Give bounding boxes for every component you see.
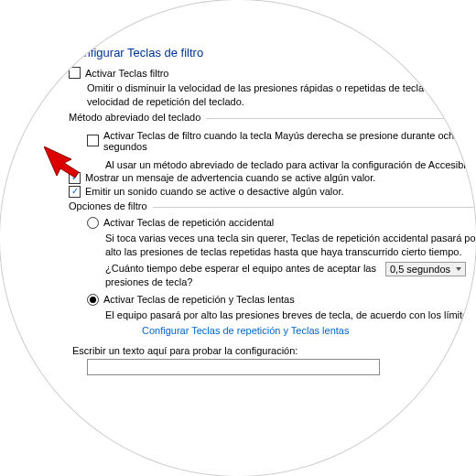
page-title: Configurar Teclas de filtro xyxy=(69,46,476,60)
activate-filterkeys-desc: Omitir o disminuir la velocidad de las p… xyxy=(87,81,476,109)
filter-options-fieldset: Opciones de filtro Activar Teclas de rep… xyxy=(69,207,476,336)
filter-keys-panel: Configurar Teclas de filtro Activar Tecl… xyxy=(37,37,476,375)
shortcut-note: Al usar un método abreviado de teclado p… xyxy=(105,159,476,170)
show-warning-label: Mostrar un mensaje de advertencia cuando… xyxy=(85,172,375,183)
repeat-slow-keys-desc: El equipo pasará por alto las presiones … xyxy=(105,308,476,322)
bounce-keys-question: ¿Cuánto tiempo debe esperar el equipo an… xyxy=(105,262,380,288)
shortcut-fieldset: Método abreviado del teclado Activar Tec… xyxy=(69,118,476,198)
test-input-label: Escribir un texto aquí para probar la co… xyxy=(72,345,476,356)
bounce-keys-delay-dropdown[interactable]: 0,5 segundos xyxy=(385,262,466,276)
repeat-slow-keys-label: Activar Teclas de repetición y Teclas le… xyxy=(103,294,295,305)
repeat-slow-keys-radio[interactable] xyxy=(87,294,99,306)
red-arrow-icon xyxy=(44,146,88,179)
shortcut-legend: Método abreviado del teclado xyxy=(69,112,206,123)
shortcut-enable-label: Activar Teclas de filtro cuando la tecla… xyxy=(103,130,476,152)
bounce-keys-label: Activar Teclas de repetición accidental xyxy=(103,217,274,228)
play-sound-checkbox[interactable] xyxy=(69,186,81,198)
bounce-keys-desc: Si toca varias veces una tecla sin quere… xyxy=(105,232,476,259)
activate-filterkeys-label: Activar Teclas filtro xyxy=(85,68,169,79)
play-sound-label: Emitir un sonido cuando se active o desa… xyxy=(85,186,344,197)
configure-repeat-slow-link[interactable]: Configurar Teclas de repetición y Teclas… xyxy=(142,325,476,336)
svg-marker-0 xyxy=(44,146,79,178)
bounce-keys-radio[interactable] xyxy=(87,217,99,229)
test-input[interactable] xyxy=(87,359,380,375)
activate-filterkeys-checkbox[interactable] xyxy=(69,67,81,79)
filter-options-legend: Opciones de filtro xyxy=(69,200,153,211)
shortcut-enable-checkbox[interactable] xyxy=(87,135,99,146)
